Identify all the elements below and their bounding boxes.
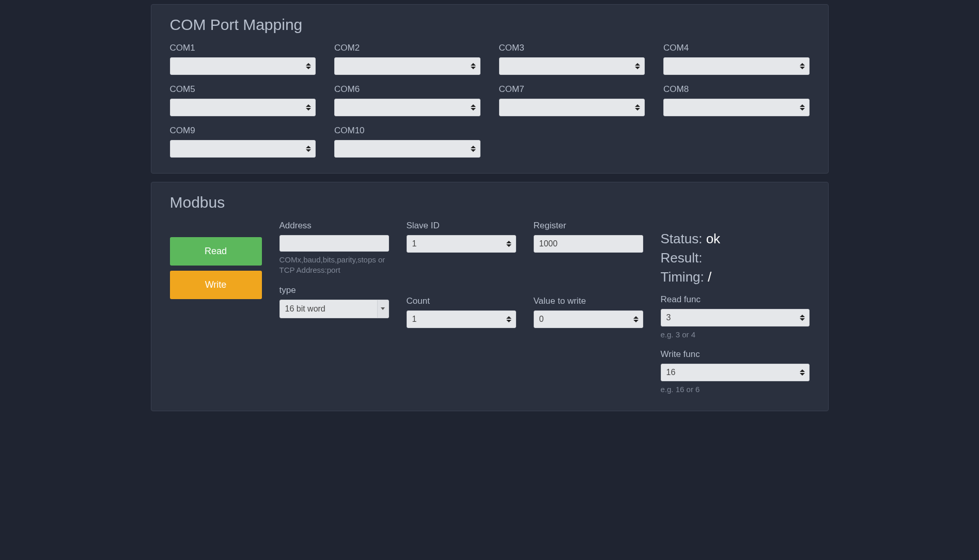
- com-port-input[interactable]: [170, 57, 316, 75]
- com-port-label: COM1: [170, 43, 316, 53]
- com-port-input[interactable]: [170, 140, 316, 158]
- value-to-write-label: Value to write: [534, 296, 643, 306]
- register-input[interactable]: 1000: [534, 235, 643, 253]
- spinner-icon[interactable]: [800, 61, 806, 71]
- com-port-input[interactable]: [663, 99, 810, 116]
- com-port-input[interactable]: [499, 57, 645, 75]
- status-block: Status: ok Result: Timing: / Read func 3…: [661, 221, 810, 395]
- col-address-type: Address COMx,baud,bits,parity,stops or T…: [279, 221, 389, 318]
- count-label: Count: [407, 296, 516, 306]
- timing-label: Timing:: [661, 269, 708, 285]
- com-port-grid: COM1COM2COM3COM4COM5COM6COM7COM8COM9COM1…: [170, 43, 810, 158]
- com-port-label: COM6: [334, 84, 480, 95]
- write-func-input[interactable]: 16: [661, 364, 810, 381]
- read-func-help: e.g. 3 or 4: [661, 330, 810, 340]
- com-port-mapping-card: COM Port Mapping COM1COM2COM3COM4COM5COM…: [151, 4, 829, 174]
- com-port-label: COM2: [334, 43, 480, 53]
- com-port-label: COM5: [170, 84, 316, 95]
- com-port-input[interactable]: [334, 140, 480, 158]
- spinner-icon[interactable]: [306, 144, 312, 153]
- status-value: ok: [706, 231, 720, 246]
- col-register-value: Register 1000 Value to write 0: [534, 221, 643, 328]
- result-line: Result:: [661, 250, 810, 266]
- address-input[interactable]: [279, 235, 389, 252]
- com-port-field: COM10: [334, 126, 480, 158]
- com-port-field: COM1: [170, 43, 316, 75]
- spinner-icon[interactable]: [635, 61, 641, 71]
- write-button[interactable]: Write: [170, 271, 262, 299]
- spinner-icon[interactable]: [471, 103, 477, 112]
- count-value: 1: [412, 315, 417, 324]
- value-to-write-value: 0: [539, 315, 544, 324]
- read-func-value: 3: [666, 313, 671, 322]
- count-input[interactable]: 1: [407, 310, 516, 328]
- register-label: Register: [534, 221, 643, 231]
- spinner-icon[interactable]: [633, 315, 640, 324]
- spinner-icon[interactable]: [800, 103, 806, 112]
- com-port-field: COM6: [334, 84, 480, 116]
- spinner-icon[interactable]: [506, 315, 512, 324]
- read-func-label: Read func: [661, 294, 810, 305]
- com-port-label: COM8: [663, 84, 810, 95]
- type-select[interactable]: 16 bit word: [279, 300, 389, 318]
- type-value: 16 bit word: [280, 300, 377, 318]
- address-help: COMx,baud,bits,parity,stops or TCP Addre…: [279, 255, 389, 276]
- com-port-label: COM4: [663, 43, 810, 53]
- com-port-field: COM3: [499, 43, 645, 75]
- com-port-label: COM10: [334, 126, 480, 136]
- register-value: 1000: [539, 239, 558, 248]
- read-button[interactable]: Read: [170, 237, 262, 266]
- address-label: Address: [279, 221, 389, 231]
- read-func-input[interactable]: 3: [661, 309, 810, 326]
- timing-value: /: [708, 269, 711, 285]
- com-port-input[interactable]: [663, 57, 810, 75]
- com-mapping-title: COM Port Mapping: [170, 16, 810, 34]
- modbus-buttons: Read Write: [170, 221, 262, 304]
- type-label: type: [279, 285, 389, 295]
- spinner-icon[interactable]: [471, 61, 477, 71]
- slave-id-input[interactable]: 1: [407, 235, 516, 253]
- com-port-label: COM7: [499, 84, 645, 95]
- chevron-down-icon: [377, 300, 389, 318]
- com-port-input[interactable]: [334, 57, 480, 75]
- com-port-label: COM3: [499, 43, 645, 53]
- spinner-icon[interactable]: [506, 239, 512, 248]
- spinner-icon[interactable]: [800, 313, 806, 322]
- spinner-icon[interactable]: [800, 368, 806, 377]
- timing-line: Timing: /: [661, 269, 810, 285]
- modbus-card: Modbus Read Write Address COMx,baud,bits…: [151, 182, 829, 411]
- com-port-field: COM2: [334, 43, 480, 75]
- write-func-value: 16: [666, 368, 676, 377]
- com-port-input[interactable]: [170, 99, 316, 116]
- com-port-field: COM4: [663, 43, 810, 75]
- spinner-icon[interactable]: [306, 61, 312, 71]
- spinner-icon[interactable]: [635, 103, 641, 112]
- modbus-title: Modbus: [170, 194, 810, 211]
- com-port-field: COM9: [170, 126, 316, 158]
- status-label: Status:: [661, 231, 706, 246]
- com-port-input[interactable]: [499, 99, 645, 116]
- col-slave-count: Slave ID 1 Count 1: [407, 221, 516, 328]
- value-to-write-input[interactable]: 0: [534, 310, 643, 328]
- com-port-input[interactable]: [334, 99, 480, 116]
- spinner-icon[interactable]: [471, 144, 477, 153]
- spinner-icon[interactable]: [306, 103, 312, 112]
- result-label: Result:: [661, 250, 703, 266]
- com-port-field: COM5: [170, 84, 316, 116]
- status-line: Status: ok: [661, 231, 810, 247]
- write-func-help: e.g. 16 or 6: [661, 384, 810, 395]
- slave-id-label: Slave ID: [407, 221, 516, 231]
- com-port-field: COM8: [663, 84, 810, 116]
- write-func-label: Write func: [661, 349, 810, 360]
- slave-id-value: 1: [412, 239, 417, 248]
- com-port-field: COM7: [499, 84, 645, 116]
- com-port-label: COM9: [170, 126, 316, 136]
